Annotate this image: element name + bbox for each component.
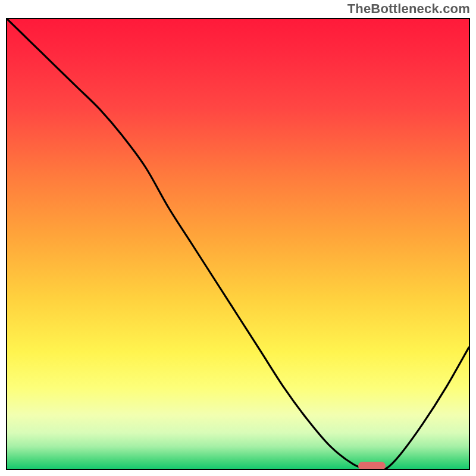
optimal-range-marker <box>358 462 386 470</box>
bottleneck-curve-path <box>7 19 469 469</box>
watermark-text: TheBottleneck.com <box>347 1 470 17</box>
plot-frame <box>6 18 470 470</box>
chart-stage: TheBottleneck.com <box>0 0 476 476</box>
bottleneck-curve-svg <box>7 19 469 469</box>
